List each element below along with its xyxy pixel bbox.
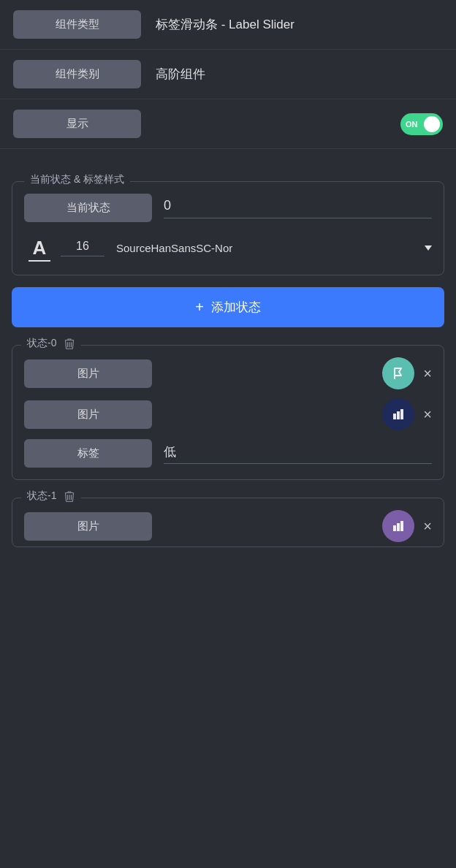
state-0-title-text: 状态-0 [27,337,56,350]
font-a-letter: A [33,237,47,259]
plus-icon: + [195,299,204,316]
svg-rect-4 [397,523,400,531]
current-state-button[interactable]: 当前状态 [24,194,152,222]
state-0-item-0-button[interactable]: 图片 [24,359,152,388]
display-button[interactable]: 显示 [13,110,141,138]
font-underline [28,260,50,262]
svg-rect-1 [397,411,400,419]
state-0-card: 状态-0 图片 × 图片 × [12,345,444,480]
add-state-button[interactable]: + 添加状态 [12,287,444,327]
display-row: 显示 ON [0,99,456,149]
state-1-item-0-button[interactable]: 图片 [24,512,152,541]
state-0-title-bar: 状态-0 [21,337,81,350]
component-type-row: 组件类型 标签滑动条 - Label Slider [0,0,456,50]
font-family-text: SourceHanSansSC-Nor [116,242,232,254]
chevron-down-icon [425,245,432,251]
current-state-value: 0 [164,198,432,218]
font-a-icon: A [24,232,55,263]
state-0-item-1-close-icon[interactable]: × [423,406,432,423]
font-size-input[interactable] [61,240,104,256]
state-0-item-0-icon [382,357,414,389]
toggle-on-label: ON [406,120,418,129]
svg-rect-0 [393,414,396,419]
state-0-item-1-button[interactable]: 图片 [24,400,152,429]
svg-rect-2 [400,409,403,419]
state-1-title-text: 状态-1 [27,490,56,503]
current-state-row: 当前状态 0 [24,194,432,222]
state-0-item-2-button[interactable]: 标签 [24,439,152,468]
component-type-button[interactable]: 组件类型 [13,10,141,39]
state-label-section: 当前状态 & 标签样式 当前状态 0 A SourceHanSansSC-Nor [12,181,444,275]
state-1-trash-icon[interactable] [64,490,75,503]
state-label-title: 当前状态 & 标签样式 [24,173,130,186]
component-type-value: 标签滑动条 - Label Slider [156,16,443,33]
display-toggle[interactable]: ON [400,113,443,135]
state-0-item-2: 标签 低 [24,439,432,468]
state-0-item-0-close-icon[interactable]: × [423,365,432,382]
state-0-item-1: 图片 × [24,398,432,430]
state-0-item-1-icon [382,398,414,430]
toggle-container: ON [141,113,443,135]
toggle-knob [424,116,440,132]
svg-rect-5 [400,521,403,531]
state-0-item-0: 图片 × [24,357,432,389]
state-1-item-0: 图片 × [24,510,432,542]
state-0-trash-icon[interactable] [64,337,75,350]
component-category-button[interactable]: 组件类别 [13,60,141,88]
font-row: A SourceHanSansSC-Nor [24,232,432,263]
state-1-item-0-close-icon[interactable]: × [423,518,432,535]
component-category-value: 高阶组件 [156,66,443,83]
spacer-1 [0,149,456,165]
add-state-label: 添加状态 [211,299,261,316]
component-category-row: 组件类别 高阶组件 [0,50,456,99]
state-1-title-bar: 状态-1 [21,490,81,503]
state-1-card: 状态-1 图片 × [12,498,444,547]
state-1-item-0-icon [382,510,414,542]
svg-rect-3 [393,525,396,531]
font-family-select[interactable]: SourceHanSansSC-Nor [116,242,432,254]
state-0-item-2-value: 低 [164,443,432,464]
